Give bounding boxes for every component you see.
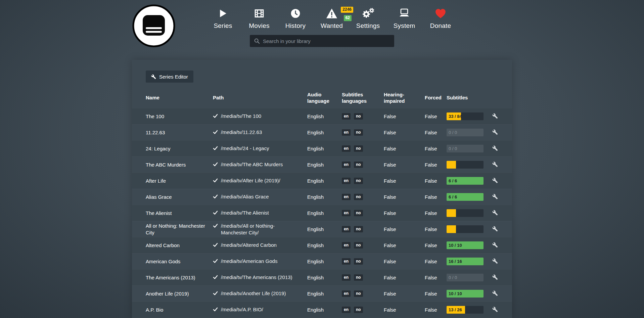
subtitles-progress-cell	[447, 161, 492, 169]
row-actions	[492, 177, 506, 185]
audio-language: English	[307, 129, 342, 136]
series-name[interactable]: The Alienist	[146, 210, 213, 217]
subtitles-languages: enno	[342, 194, 384, 200]
series-row[interactable]: The Americans (2013)/media/tv/The Americ…	[132, 269, 512, 285]
row-actions	[492, 129, 506, 137]
series-name[interactable]: 11.22.63	[146, 129, 213, 136]
series-name[interactable]: A.P. Bio	[146, 307, 213, 313]
film-icon	[254, 6, 265, 21]
check-icon	[213, 307, 218, 314]
hearing-impaired-value: False	[384, 162, 425, 168]
progress-label: 33 / 84	[449, 113, 462, 119]
series-name[interactable]: After Life	[146, 178, 213, 184]
edit-series-button[interactable]	[492, 290, 499, 297]
series-row[interactable]: American Gods/media/tv/American GodsEngl…	[132, 253, 512, 269]
edit-series-button[interactable]	[492, 225, 499, 232]
nav-label: Wanted	[321, 22, 343, 30]
audio-language: English	[307, 113, 342, 120]
nav-item-system[interactable]: System	[386, 6, 422, 30]
subtitles-languages: enno	[342, 145, 384, 152]
series-name[interactable]: The 100	[146, 113, 213, 120]
series-row[interactable]: A.P. Bio/media/tv/A.P. BIO/EnglishennoFa…	[132, 302, 512, 318]
progress-label: 10 / 10	[449, 242, 462, 248]
wrench-icon	[492, 179, 498, 184]
series-row[interactable]: After Life/media/tv/After Life (2019)/En…	[132, 173, 512, 189]
edit-series-button[interactable]	[492, 112, 499, 120]
nav-label: Settings	[356, 22, 380, 30]
subtitles-progress-cell: 0 / 0	[447, 145, 492, 152]
edit-series-button[interactable]	[492, 306, 499, 313]
hearing-impaired-value: False	[384, 242, 425, 249]
hearing-impaired-value: False	[384, 113, 425, 120]
series-path: /media/tv/After Life (2019)/	[213, 177, 307, 185]
subtitles-progress-bar: 10 / 10	[447, 241, 484, 249]
forced-value: False	[425, 242, 447, 249]
bazarr-logo[interactable]	[132, 4, 176, 48]
audio-language: English	[307, 290, 342, 297]
check-icon	[213, 259, 218, 265]
edit-series-button[interactable]	[492, 258, 499, 265]
language-badge: en	[342, 290, 351, 297]
nav-item-wanted[interactable]: Wanted224662	[314, 6, 350, 30]
series-name[interactable]: The ABC Murders	[146, 162, 213, 168]
gears-icon	[361, 6, 375, 21]
nav-item-settings[interactable]: Settings	[350, 6, 386, 30]
series-row[interactable]: The ABC Murders/media/tv/The ABC Murders…	[132, 156, 512, 173]
series-row[interactable]: Alias Grace/media/tv/Alias GraceEnglishe…	[132, 189, 512, 205]
series-name[interactable]: American Gods	[146, 258, 213, 265]
path-text: /media/tv/After Life (2019)/	[221, 177, 280, 184]
subtitles-progress-bar: 6 / 6	[447, 193, 484, 201]
progress-label: 0 / 0	[449, 146, 457, 151]
edit-series-button[interactable]	[492, 209, 499, 216]
series-editor-button[interactable]: Series Editor	[146, 71, 193, 83]
edit-series-button[interactable]	[492, 274, 499, 281]
subtitles-progress-cell: 10 / 10	[447, 241, 492, 249]
series-name[interactable]: 24: Legacy	[146, 145, 213, 152]
nav-item-history[interactable]: History	[277, 6, 314, 30]
subtitles-progress-cell	[447, 209, 492, 217]
series-row[interactable]: Altered Carbon/media/tv/Altered CarbonEn…	[132, 237, 512, 253]
row-actions	[492, 258, 506, 266]
search-icon	[254, 38, 260, 44]
laptop-icon	[398, 6, 410, 21]
edit-series-button[interactable]	[492, 161, 499, 168]
series-row[interactable]: 11.22.63/media/tv/11.22.63EnglishennoFal…	[132, 124, 512, 140]
series-row[interactable]: The 100/media/tv/The 100EnglishennoFalse…	[132, 108, 512, 124]
forced-value: False	[425, 307, 447, 313]
edit-series-button[interactable]	[492, 241, 499, 248]
hearing-impaired-value: False	[384, 194, 425, 200]
series-row[interactable]: Another Life (2019)/media/tv/Another Lif…	[132, 285, 512, 302]
hearing-impaired-value: False	[384, 307, 425, 313]
audio-language: English	[307, 194, 342, 200]
series-name[interactable]: The Americans (2013)	[146, 274, 213, 281]
nav-item-series[interactable]: Series	[205, 6, 241, 30]
check-icon	[213, 291, 218, 298]
series-row[interactable]: 24: Legacy/media/tv/24 - LegacyEnglishen…	[132, 140, 512, 156]
edit-series-button[interactable]	[492, 177, 499, 184]
series-name[interactable]: Altered Carbon	[146, 242, 213, 249]
audio-language: English	[307, 178, 342, 184]
audio-language: English	[307, 274, 342, 281]
bazarr-window: SeriesMoviesHistoryWanted224662 Settings…	[0, 0, 644, 318]
language-badge: no	[354, 113, 363, 120]
path-text: /media/tv/The Americans (2013)	[221, 274, 292, 281]
search-input[interactable]	[263, 38, 390, 44]
series-name[interactable]: Alias Grace	[146, 194, 213, 200]
hearing-impaired-value: False	[384, 290, 425, 297]
row-actions	[492, 290, 506, 298]
check-icon	[213, 178, 218, 185]
series-name[interactable]: All or Nothing: Manchester City	[146, 223, 213, 236]
series-row[interactable]: The Alienist/media/tv/The AlienistEnglis…	[132, 205, 512, 221]
edit-series-button[interactable]	[492, 145, 499, 152]
nav-item-movies[interactable]: Movies	[241, 6, 277, 30]
forced-value: False	[425, 178, 447, 184]
series-path: /media/tv/The Americans (2013)	[213, 274, 307, 281]
language-badge: en	[342, 129, 351, 136]
series-name[interactable]: Another Life (2019)	[146, 290, 213, 297]
edit-series-button[interactable]	[492, 193, 499, 200]
edit-series-button[interactable]	[492, 129, 499, 136]
progress-fill	[447, 209, 456, 217]
nav-item-donate[interactable]: Donate	[422, 6, 459, 30]
table-header: NamePathAudio languageSubtitles language…	[132, 87, 512, 108]
series-row[interactable]: All or Nothing: Manchester City/media/tv…	[132, 221, 512, 237]
